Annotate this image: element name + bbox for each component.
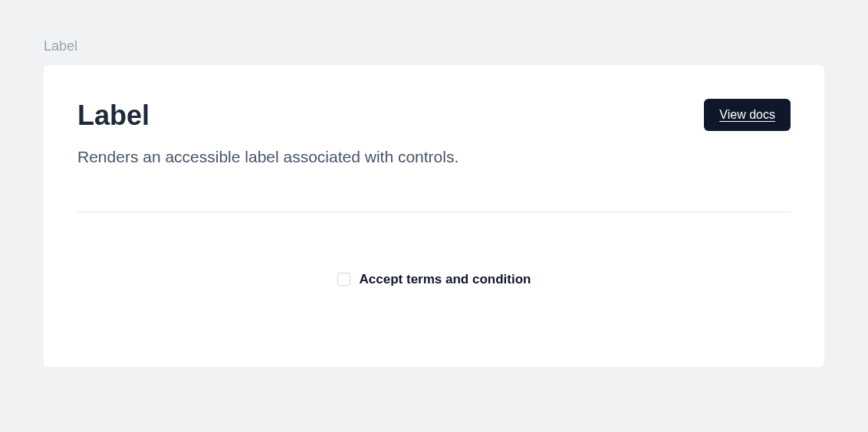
checkbox-group: Accept terms and condition — [337, 272, 531, 287]
card-description: Renders an accessible label associated w… — [77, 146, 791, 168]
demo-area: Accept terms and condition — [77, 212, 791, 333]
terms-checkbox[interactable] — [337, 273, 350, 286]
page-container: Label Label View docs Renders an accessi… — [0, 0, 868, 367]
card-title: Label — [77, 99, 150, 132]
component-card: Label View docs Renders an accessible la… — [44, 65, 824, 367]
card-header: Label View docs — [77, 99, 791, 132]
section-label: Label — [44, 38, 824, 54]
terms-checkbox-label[interactable]: Accept terms and condition — [360, 272, 531, 287]
view-docs-button[interactable]: View docs — [704, 99, 791, 131]
